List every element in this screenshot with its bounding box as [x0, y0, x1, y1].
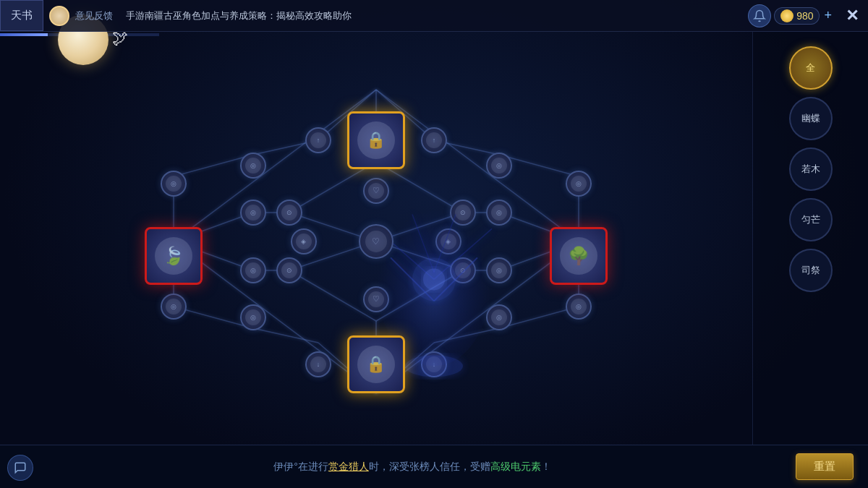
right-filter-panel: 全 幽蝶 若木 匀芒 司祭 [752, 32, 868, 445]
small-node-20[interactable]: ◎ [486, 304, 512, 330]
currency-amount: 980 [796, 10, 813, 22]
filter-ruomu-button[interactable]: 若木 [789, 147, 833, 191]
filter-all-button[interactable]: 全 [789, 46, 833, 90]
notification-icon[interactable] [748, 4, 771, 27]
topbar: 天书 意见反馈 手游南疆古巫角色加点与养成策略：揭秘高效攻略助你 980 + ✕ [0, 0, 868, 32]
small-node-1[interactable]: ↑ [305, 127, 331, 153]
top-skill-node[interactable]: 🔒 [347, 111, 405, 169]
small-node-9[interactable]: ⊙ [450, 200, 476, 226]
small-node-10[interactable]: ◎ [486, 200, 512, 226]
small-node-15[interactable]: ◎ [161, 294, 187, 320]
dream-circle [49, 6, 69, 26]
left-skill-node[interactable]: 🍃 [145, 227, 203, 285]
small-node-16[interactable]: ◎ [240, 304, 266, 330]
filter-youdie-button[interactable]: 幽蝶 [789, 97, 833, 140]
tianshi-button[interactable]: 天书 [0, 0, 43, 31]
small-node-6[interactable]: ⊙ [276, 200, 302, 226]
small-icon-1: ↑ [310, 132, 326, 148]
bottom-skill-icon: 🔒 [357, 346, 395, 383]
feedback-text: 意见反馈 [75, 9, 113, 22]
small-node-7[interactable]: ◈ [291, 228, 317, 254]
small-node-11[interactable]: ◎ [566, 171, 592, 197]
bottom-skill-node[interactable]: 🔒 [347, 335, 405, 393]
close-button[interactable]: ✕ [839, 3, 865, 29]
small-node-12[interactable]: ◎ [486, 153, 512, 179]
svg-line-14 [174, 241, 376, 393]
small-node-19[interactable]: ◎ [566, 294, 592, 320]
currency-area: 980 [774, 7, 820, 25]
bottom-bar: 伊伊°在进行赏金猎人时，深受张榜人信任，受赠高级电元素！ 重置 [0, 445, 868, 488]
bottom-notification-text: 伊伊°在进行赏金猎人时，深受张榜人信任，受赠高级电元素！ [0, 461, 796, 474]
small-node-8[interactable]: ◈ [435, 228, 461, 254]
add-currency-button[interactable]: + [824, 8, 832, 23]
small-node-4[interactable]: ◎ [161, 171, 187, 197]
chat-icon[interactable] [7, 455, 33, 481]
small-icon-2: ↑ [426, 132, 442, 148]
svg-line-12 [174, 90, 376, 241]
svg-line-23 [376, 270, 463, 321]
filter-siji-button[interactable]: 司祭 [789, 249, 833, 292]
small-node-heart2[interactable]: ♡ [363, 286, 389, 312]
reset-button[interactable]: 重置 [796, 453, 854, 480]
small-node-22[interactable]: ↓ [421, 351, 447, 377]
small-node-2[interactable]: ↑ [421, 127, 447, 153]
svg-line-13 [376, 241, 579, 393]
top-skill-icon: 🔒 [357, 121, 395, 159]
svg-line-47 [434, 328, 499, 343]
currency-icon [780, 9, 793, 22]
small-node-17[interactable]: ⊙ [450, 257, 476, 283]
dream-icon-area: 意见反馈 [43, 6, 119, 26]
right-skill-node[interactable]: 🌳 [550, 227, 608, 285]
small-node-heart[interactable]: ♡ [363, 178, 389, 204]
svg-line-11 [376, 90, 579, 241]
center-node[interactable]: ♡ [359, 224, 393, 259]
skill-tree-area: 🔒 🔒 🍃 🌳 ♡ ↑ ↑ ◎ ◎ ◎ ⊙ ◈ ◈ ⊙ [0, 32, 752, 445]
news-banner: 手游南疆古巫角色加点与养成策略：揭秘高效攻略助你 [119, 9, 748, 22]
small-node-14[interactable]: ⊙ [276, 257, 302, 283]
svg-line-35 [253, 328, 318, 343]
small-node-5[interactable]: ◎ [240, 200, 266, 226]
right-skill-icon: 🌳 [560, 237, 597, 275]
svg-line-17 [376, 162, 463, 213]
small-node-3[interactable]: ◎ [240, 153, 266, 179]
filter-yunmang-button[interactable]: 匀芒 [789, 198, 833, 241]
center-icon: ♡ [365, 231, 388, 253]
small-node-13[interactable]: ◎ [240, 257, 266, 283]
left-skill-icon: 🍃 [155, 237, 192, 275]
small-node-21[interactable]: ↓ [305, 351, 331, 377]
small-node-18[interactable]: ◎ [486, 257, 512, 283]
